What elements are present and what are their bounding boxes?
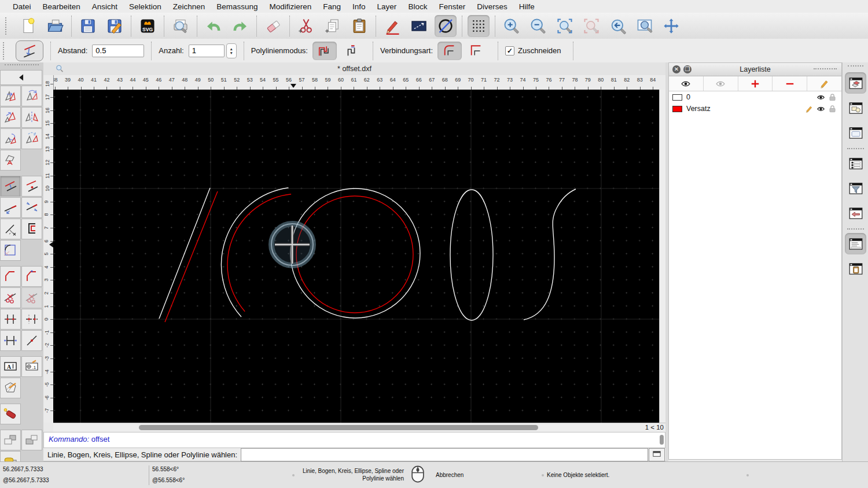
tool-reverse-button[interactable]: [0, 150, 21, 171]
horizontal-scroll-thumb[interactable]: [139, 425, 538, 430]
tool-hatch-edit-button[interactable]: [0, 378, 21, 398]
tool-order-bring-front-button[interactable]: [21, 430, 42, 450]
menu-item-hilfe[interactable]: Hilfe: [513, 2, 540, 11]
tool-dimension-edit-button[interactable]: .1: [21, 356, 42, 377]
hide-all-eye-button[interactable]: [704, 76, 738, 91]
zoom-pan-button[interactable]: [660, 15, 682, 37]
layer-visibility-eye-icon[interactable]: [815, 93, 826, 102]
menu-item-block[interactable]: Block: [402, 2, 433, 11]
dock-drag-handle[interactable]: [848, 65, 863, 69]
layer-lock-icon[interactable]: [826, 93, 838, 102]
menu-item-info[interactable]: Info: [347, 2, 372, 11]
open-file-button[interactable]: [44, 15, 66, 37]
layer-color-swatch[interactable]: [672, 94, 682, 101]
distance-input[interactable]: [92, 45, 144, 57]
tool-trim-button[interactable]: [0, 197, 21, 218]
zoom-out-button[interactable]: [527, 15, 549, 37]
tool-back-arrow-button[interactable]: [0, 70, 42, 85]
tool-paint-roller-button[interactable]: [0, 451, 21, 463]
trim-checkbox[interactable]: ✓: [505, 46, 514, 56]
menu-item-diverses[interactable]: Diverses: [471, 2, 513, 11]
menu-item-zeichnen[interactable]: Zeichnen: [167, 2, 211, 11]
show-all-eye-button[interactable]: [669, 76, 704, 91]
copy-button[interactable]: [322, 15, 344, 37]
tool-text-edit-button[interactable]: A: [0, 356, 21, 377]
layer-visibility-eye-icon[interactable]: [815, 105, 826, 113]
menu-item-bearbeiten[interactable]: Bearbeiten: [37, 2, 86, 11]
entity-line-1[interactable]: [165, 191, 218, 322]
stepper-down-icon[interactable]: ▼: [229, 51, 233, 55]
tool-round-corner-button[interactable]: [0, 240, 21, 261]
restrict-off-button[interactable]: [435, 15, 457, 37]
menu-item-modifizieren[interactable]: Modifizieren: [264, 2, 318, 11]
zoom-previous-button[interactable]: [607, 15, 629, 37]
cut-button[interactable]: [295, 15, 317, 37]
count-stepper[interactable]: ▲▼: [226, 43, 237, 58]
selection-filter-panel-button[interactable]: [845, 178, 866, 199]
tool-move-rotate-button[interactable]: [0, 128, 21, 149]
save-button[interactable]: [77, 15, 99, 37]
toolbar-drag-handle[interactable]: [3, 42, 7, 60]
tool-rotate-two-button[interactable]: [21, 128, 42, 149]
layer-row-Versatz[interactable]: Versatz: [669, 103, 841, 114]
menu-item-datei[interactable]: Datei: [7, 2, 37, 11]
new-file-button[interactable]: [17, 15, 39, 37]
palette-drag-handle[interactable]: [5, 64, 39, 69]
delete-eraser-button[interactable]: [262, 15, 284, 37]
zoom-window-button[interactable]: [634, 15, 656, 37]
measure-distance-button[interactable]: [408, 15, 430, 37]
layer-panel-titlebar[interactable]: ✕ ❐ Layerliste: [669, 63, 841, 76]
layer-list-panel-button[interactable]: [845, 72, 866, 94]
document-titlebar[interactable]: * offset.dxf: [43, 62, 665, 76]
tool-scale-button[interactable]: [0, 107, 21, 128]
tool-mirror-button[interactable]: [21, 107, 42, 128]
drawing-canvas[interactable]: [53, 90, 659, 423]
tool-break-segment-button[interactable]: [21, 309, 42, 330]
close-icon[interactable]: ✕: [672, 65, 681, 73]
history-scroll-thumb[interactable]: [660, 435, 664, 445]
zoom-auto-button[interactable]: [554, 15, 576, 37]
tool-rotate-button[interactable]: [21, 86, 42, 106]
count-input[interactable]: [189, 45, 225, 57]
canvas-horizontal-scrollbar[interactable]: 1 < 10: [53, 423, 665, 432]
block-list-panel-button[interactable]: [845, 97, 866, 119]
zoom-in-button[interactable]: [501, 15, 523, 37]
property-editor-panel-button[interactable]: [845, 153, 866, 174]
toolbar-drag-handle[interactable]: [5, 17, 9, 35]
layer-color-swatch[interactable]: [672, 106, 682, 112]
redo-button[interactable]: [229, 15, 251, 37]
undo-button[interactable]: [203, 15, 225, 37]
detach-icon[interactable]: ❐: [683, 65, 692, 73]
svg-export-button[interactable]: SVG: [137, 15, 159, 37]
tool-order-send-back-button[interactable]: [0, 430, 21, 450]
print-preview-button[interactable]: [170, 15, 192, 37]
tool-break-remove-button[interactable]: [0, 309, 21, 330]
command-detach-button[interactable]: [649, 448, 665, 461]
tool-move-button[interactable]: [0, 86, 21, 106]
current-tool-button[interactable]: [16, 40, 43, 61]
view-list-panel-button[interactable]: [845, 122, 866, 143]
add-layer-plus-button[interactable]: [738, 76, 773, 91]
panel-resize-handle[interactable]: [814, 68, 837, 69]
save-as-button[interactable]: [104, 15, 126, 37]
clipboard-panel-button[interactable]: [845, 258, 866, 279]
polyline-mode-join-toggle[interactable]: [339, 42, 363, 60]
tool-explode-button[interactable]: [0, 404, 21, 424]
tool-bevel-point-button[interactable]: [21, 266, 42, 287]
library-browser-panel-button[interactable]: [845, 202, 866, 224]
tool-trim-two-button[interactable]: [21, 197, 42, 218]
menu-item-selektion[interactable]: Selektion: [123, 2, 167, 11]
layer-row-0[interactable]: 0: [669, 91, 841, 103]
tool-stretch-button[interactable]: [0, 330, 21, 351]
menu-item-fang[interactable]: Fang: [317, 2, 347, 11]
join-round-toggle[interactable]: [437, 42, 462, 60]
join-miter-toggle[interactable]: [464, 42, 488, 60]
command-input[interactable]: [241, 448, 648, 461]
command-line-panel-button[interactable]: [845, 233, 866, 254]
stepper-up-icon[interactable]: ▲: [229, 47, 233, 51]
menu-item-fenster[interactable]: Fenster: [433, 2, 471, 11]
remove-layer-minus-button[interactable]: [773, 76, 807, 91]
tool-divide-button[interactable]: [0, 287, 21, 308]
tool-bevel-button[interactable]: [0, 266, 21, 287]
tool-lengthen-button[interactable]: [0, 219, 21, 239]
